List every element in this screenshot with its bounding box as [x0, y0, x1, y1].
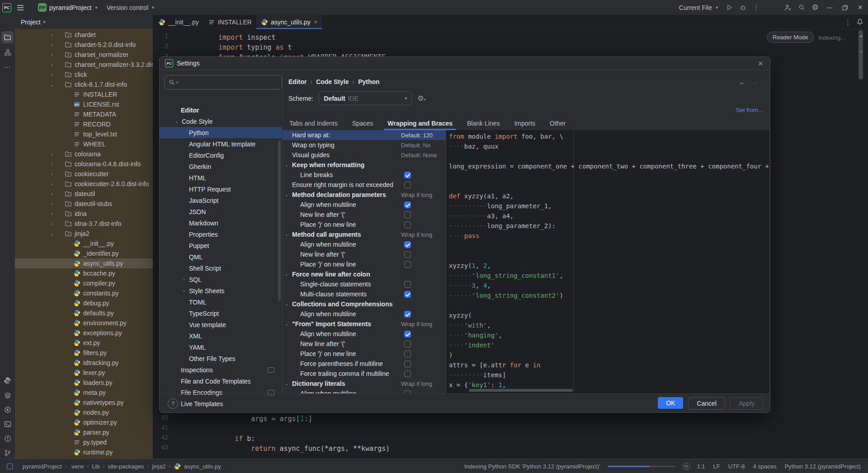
search-everywhere-icon[interactable]	[795, 0, 808, 15]
settings-tree-item[interactable]: Vue template	[160, 319, 282, 330]
settings-tree-item[interactable]: ⌄Code Style	[160, 116, 282, 127]
settings-tree-item[interactable]: Properties	[160, 229, 282, 240]
settings-tree-item[interactable]: HTML	[160, 172, 282, 183]
chevron-collapsed-icon[interactable]: ›	[48, 182, 56, 187]
tree-item[interactable]: async_utils.py	[15, 258, 153, 268]
settings-gear-icon[interactable]: ⚙	[808, 0, 822, 15]
option-row[interactable]: Align when multiline	[282, 309, 446, 319]
settings-tree-item[interactable]: YAML	[160, 342, 282, 353]
services-icon[interactable]	[1, 389, 14, 401]
tree-item[interactable]: __init__.py	[15, 239, 153, 248]
settings-tree-item[interactable]: HTTP Request	[160, 183, 282, 195]
tree-item[interactable]: runtime.py	[15, 447, 153, 457]
option-row[interactable]: ⌄"From" Import StatementsWrap if long	[282, 319, 446, 329]
option-value[interactable]: Wrap if long	[401, 380, 432, 387]
tree-item[interactable]: parser.py	[15, 427, 153, 437]
chevron-expanded-icon[interactable]: ⌄	[48, 231, 56, 236]
checkbox[interactable]	[404, 390, 411, 394]
settings-tree-item[interactable]: Python	[160, 127, 282, 138]
settings-tree-item[interactable]: JSON	[160, 206, 282, 217]
python-packages-icon[interactable]	[1, 375, 14, 387]
more-vertical-icon[interactable]: ⋮	[750, 0, 763, 15]
tree-item[interactable]: debug.py	[15, 298, 153, 308]
tree-item[interactable]: ›click	[15, 70, 153, 80]
settings-tree-item[interactable]: XML	[160, 330, 282, 342]
checkbox[interactable]	[404, 361, 411, 367]
tree-item[interactable]: py.typed	[15, 437, 153, 447]
settings-tree-item[interactable]: QML	[160, 251, 282, 262]
option-row[interactable]: Place ')' on new line	[282, 259, 446, 269]
option-row[interactable]: Place ')' on new line	[282, 220, 446, 229]
chevron-collapsed-icon[interactable]: ›	[48, 62, 56, 67]
breadcrumb-item[interactable]: jinja2	[152, 463, 165, 470]
option-row[interactable]: Wrap on typingDefault: No	[282, 140, 446, 150]
tree-item[interactable]: ext.py	[15, 338, 153, 348]
option-value[interactable]: Wrap if long	[401, 192, 432, 198]
chevron-expanded-icon[interactable]: ⌄	[285, 272, 288, 276]
chevron-collapsed-icon[interactable]: ›	[48, 172, 56, 177]
main-menu-icon[interactable]	[14, 0, 27, 15]
option-row[interactable]: ⌄Keep when reformatting	[282, 160, 446, 170]
chevron-collapsed-icon[interactable]: ›	[48, 211, 56, 216]
checkbox[interactable]	[404, 241, 411, 248]
tree-item[interactable]: WHEEL	[15, 139, 153, 149]
checkbox[interactable]	[404, 351, 411, 357]
option-row[interactable]: ⌄Method declaration parametersWrap if lo…	[282, 190, 446, 200]
chevron-collapsed-icon[interactable]: ›	[48, 162, 56, 167]
settings-tree-scrollbar[interactable]	[278, 140, 281, 301]
settings-tree-item[interactable]: TOML	[160, 296, 282, 308]
editor-scrollbar[interactable]	[859, 30, 863, 80]
option-row[interactable]: ⌄Dictionary literalsWrap if long	[282, 379, 446, 389]
restore-button[interactable]	[837, 0, 853, 15]
chevron-collapsed-icon[interactable]: ›	[48, 221, 56, 226]
settings-tree-item[interactable]: ›Style Sheets	[160, 285, 282, 296]
add-user-icon[interactable]	[781, 0, 795, 15]
option-value[interactable]: Wrap if long	[401, 231, 432, 238]
settings-tree-item[interactable]: JavaScript	[160, 195, 282, 206]
option-row[interactable]: New line after '('	[282, 249, 446, 259]
pause-indexing-icon[interactable]	[683, 463, 690, 470]
tree-item[interactable]: environment.py	[15, 318, 153, 328]
minimize-button[interactable]: —	[822, 0, 837, 15]
breadcrumb-item[interactable]: Lib	[92, 463, 99, 470]
settings-tree-item[interactable]: Other File Types	[160, 353, 282, 364]
chevron-expanded-icon[interactable]: ⌄	[285, 322, 288, 326]
code-line[interactable]: import inspect	[218, 33, 275, 42]
option-row[interactable]: Line breaks	[282, 170, 446, 180]
chevron-collapsed-icon[interactable]: ›	[48, 72, 56, 77]
chevron-collapsed-icon[interactable]: ›	[48, 192, 56, 197]
chevron-expanded-icon[interactable]: ⌄	[285, 192, 288, 197]
checkbox[interactable]	[404, 291, 411, 298]
tree-item[interactable]: ⌄click-8.1.7.dist-info	[15, 80, 153, 89]
cancel-button[interactable]: Cancel	[688, 397, 725, 410]
settings-tree-item[interactable]: Puppet	[160, 240, 282, 251]
checkbox[interactable]	[404, 251, 411, 258]
option-row[interactable]: New line after '('	[282, 210, 446, 220]
option-value[interactable]: Default: 120	[401, 132, 433, 139]
checkbox[interactable]	[404, 201, 411, 208]
set-from-link[interactable]: Set from...	[736, 107, 763, 113]
tree-item[interactable]: ›cookiecutter	[15, 169, 153, 179]
preview-horizontal-scrollbar[interactable]	[469, 389, 573, 392]
project-folder-icon[interactable]	[1, 31, 14, 43]
tree-item[interactable]: ›chardet-5.2.0.dist-info	[15, 40, 153, 50]
tree-item[interactable]: ›dateutil-stubs	[15, 199, 153, 209]
close-tab-icon[interactable]: ×	[314, 19, 317, 25]
option-row[interactable]: Hard wrap at:Default: 120	[282, 130, 446, 140]
status-widget[interactable]: UTF-8	[728, 463, 745, 470]
editor-tab[interactable]: async_utils.py×	[256, 15, 322, 29]
chevron-expanded-icon[interactable]: ⌄	[48, 82, 56, 87]
tree-item[interactable]: _identifier.py	[15, 248, 153, 258]
chevron-collapsed-icon[interactable]: ›	[48, 42, 56, 47]
code-line[interactable]: if b:	[218, 434, 255, 444]
checkbox[interactable]	[404, 370, 411, 377]
chevron-collapsed-icon[interactable]: ›	[48, 33, 56, 37]
status-widget[interactable]: LF	[713, 463, 720, 470]
project-widget[interactable]: PP pyramidProject ▾	[33, 0, 102, 15]
scheme-actions-gear-icon[interactable]: ⚙▾	[417, 94, 425, 103]
run-configuration-selector[interactable]: Current File ▾	[675, 0, 722, 15]
status-widget[interactable]: Python 3.12 (pyramidProject)	[785, 463, 861, 470]
version-control-widget[interactable]: Version control ▾	[102, 0, 159, 15]
checkbox[interactable]	[404, 311, 411, 318]
tree-item[interactable]: ›idna-3.7.dist-info	[15, 219, 153, 229]
